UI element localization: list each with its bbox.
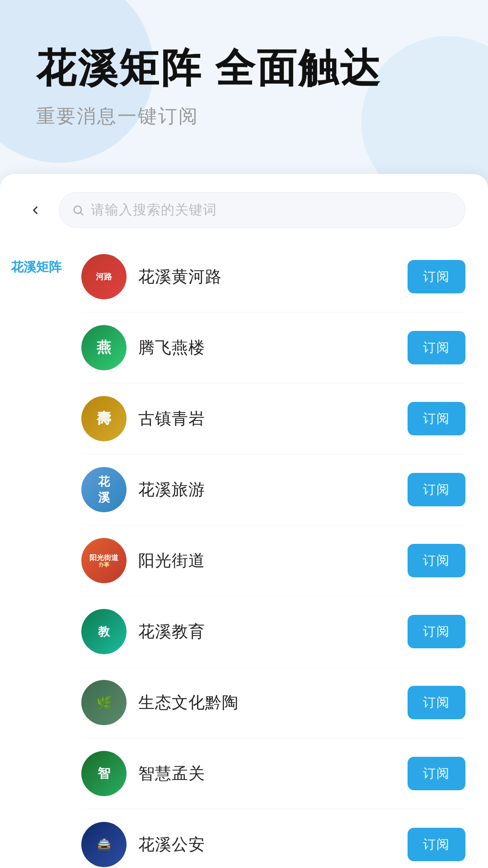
subscribe-button[interactable]: 订阅: [408, 402, 465, 435]
list-item: 🌿 V 生态文化黔陶 订阅: [81, 667, 465, 738]
list-item: 花溪 V 花溪旅游 订阅: [81, 454, 465, 525]
channel-name: 花溪公安: [138, 834, 396, 856]
subscribe-button[interactable]: 订阅: [408, 331, 465, 364]
search-bar[interactable]: 请输入搜索的关键词: [59, 192, 465, 228]
subscribe-button[interactable]: 订阅: [408, 544, 465, 577]
back-icon: [29, 204, 42, 217]
avatar: 教: [81, 609, 127, 654]
svg-point-0: [74, 206, 81, 213]
avatar: 🚔: [81, 822, 127, 867]
subscribe-button[interactable]: 订阅: [408, 615, 465, 648]
avatar: 🌿: [81, 680, 127, 725]
list-item: 🚔 V 花溪公安 订阅: [81, 809, 465, 868]
hero-section: 花溪矩阵 全面触达 重要消息一键订阅: [0, 0, 488, 156]
channel-name: 花溪黄河路: [138, 266, 396, 288]
search-icon: [72, 204, 84, 217]
list-item: 阳光街道办事 V 阳光街道 订阅: [81, 525, 465, 596]
list-item: 教 V 花溪教育 订阅: [81, 596, 465, 667]
channel-list: 河路 V 花溪黄河路 订阅 燕 V 腾飞燕楼 订阅: [72, 241, 488, 868]
avatar-wrap: 智 V: [81, 751, 127, 796]
content-area: 花溪矩阵 河路 V 花溪黄河路 订阅 燕 V: [0, 241, 488, 868]
subscribe-button[interactable]: 订阅: [408, 260, 465, 293]
list-item: 智 V 智慧孟关 订阅: [81, 738, 465, 809]
sidebar-item-huaxi[interactable]: 花溪矩阵: [0, 246, 72, 288]
main-card: 请输入搜索的关键词 花溪矩阵 河路 V 花溪黄河路 订阅 燕: [0, 174, 488, 868]
v-badge: V: [81, 583, 127, 591]
v-badge: V: [81, 441, 127, 449]
avatar-wrap: 河路 V: [81, 254, 127, 299]
back-button[interactable]: [23, 198, 48, 223]
avatar: 壽: [81, 396, 127, 441]
channel-name: 生态文化黔陶: [138, 692, 396, 714]
avatar-wrap: 教 V: [81, 609, 127, 654]
subscribe-button[interactable]: 订阅: [408, 757, 465, 790]
avatar: 河路: [81, 254, 127, 299]
avatar: 燕: [81, 325, 127, 370]
channel-name: 古镇青岩: [138, 408, 396, 430]
search-row: 请输入搜索的关键词: [0, 174, 488, 241]
list-item: 河路 V 花溪黄河路 订阅: [81, 241, 465, 312]
v-badge: V: [81, 796, 127, 804]
list-item: 燕 V 腾飞燕楼 订阅: [81, 312, 465, 383]
avatar: 阳光街道办事: [81, 538, 127, 583]
search-placeholder: 请输入搜索的关键词: [91, 201, 217, 219]
list-item: 壽 V 古镇青岩 订阅: [81, 383, 465, 454]
avatar-wrap: 阳光街道办事 V: [81, 538, 127, 583]
v-badge: V: [81, 512, 127, 520]
svg-line-1: [80, 212, 83, 215]
avatar: 花溪: [81, 467, 127, 512]
subscribe-button[interactable]: 订阅: [408, 473, 465, 506]
avatar-wrap: 🌿 V: [81, 680, 127, 725]
sidebar: 花溪矩阵: [0, 241, 72, 868]
v-badge: V: [81, 725, 127, 733]
v-badge: V: [81, 370, 127, 378]
channel-name: 阳光街道: [138, 550, 396, 572]
channel-name: 智慧孟关: [138, 763, 396, 785]
subscribe-button[interactable]: 订阅: [408, 686, 465, 719]
avatar-wrap: 壽 V: [81, 396, 127, 441]
avatar-wrap: 燕 V: [81, 325, 127, 370]
v-badge: V: [81, 299, 127, 307]
subscribe-button[interactable]: 订阅: [408, 828, 465, 861]
avatar-wrap: 花溪 V: [81, 467, 127, 512]
channel-name: 花溪教育: [138, 621, 396, 643]
hero-subtitle: 重要消息一键订阅: [36, 104, 452, 129]
hero-title: 花溪矩阵 全面触达: [36, 45, 452, 91]
channel-name: 腾飞燕楼: [138, 337, 396, 359]
channel-name: 花溪旅游: [138, 479, 396, 501]
v-badge: V: [81, 654, 127, 662]
avatar: 智: [81, 751, 127, 796]
avatar-wrap: 🚔 V: [81, 822, 127, 867]
